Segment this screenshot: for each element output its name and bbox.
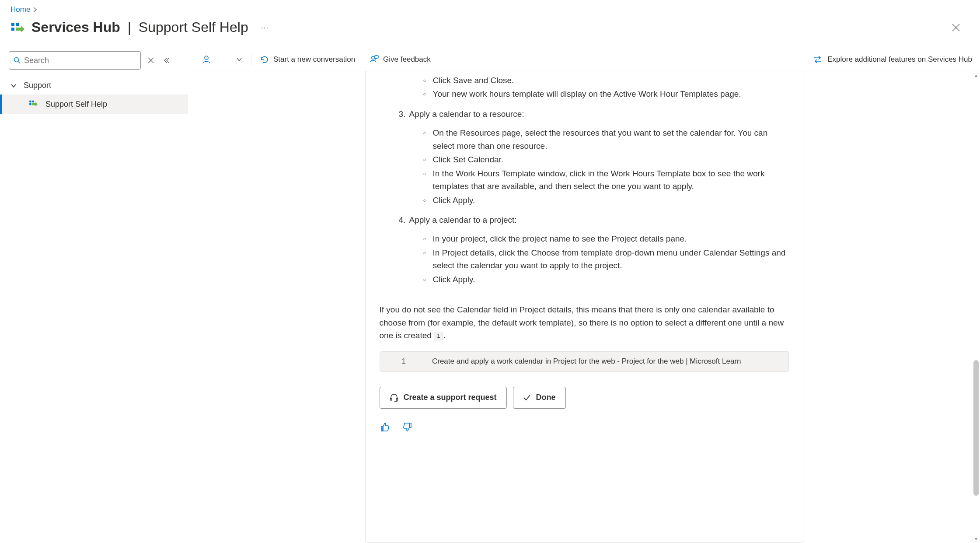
answer-panel: Click Save and Close. Your new work hour…	[365, 71, 803, 543]
answer-bullet: On the Resources page, select the resour…	[423, 126, 789, 152]
feedback-icon	[370, 55, 379, 64]
chevron-down-icon	[10, 83, 17, 89]
close-icon[interactable]	[949, 21, 963, 34]
svg-point-7	[205, 56, 208, 60]
done-button[interactable]: Done	[513, 387, 566, 409]
scroll-up-arrow-icon[interactable]: ▲	[972, 71, 980, 79]
answer-bullet: In your project, click the project name …	[423, 232, 789, 245]
step-number: 4.	[399, 214, 409, 226]
start-conversation-button[interactable]: Start a new conversation	[254, 48, 361, 71]
step-title: Apply a calendar to a project:	[409, 214, 517, 226]
headset-icon	[390, 393, 398, 402]
svg-rect-4	[29, 101, 31, 102]
explore-features-link[interactable]: Explore additional features on Services …	[813, 55, 972, 64]
explore-features-label: Explore additional features on Services …	[827, 55, 972, 64]
action-row: Create a support request Done	[380, 387, 789, 409]
scroll-down-arrow-icon[interactable]: ▼	[972, 535, 980, 543]
breadcrumb: Home	[0, 0, 980, 18]
sidebar-group-label: Support	[24, 81, 51, 90]
clear-search-icon[interactable]	[146, 56, 156, 65]
checkmark-icon	[523, 394, 531, 402]
search-icon	[14, 57, 21, 64]
feedback-row	[380, 422, 789, 432]
start-conversation-label: Start a new conversation	[273, 55, 355, 64]
answer-bullet: In Project details, click the Choose fro…	[423, 246, 789, 272]
paragraph-period: .	[443, 331, 445, 340]
citation-inline[interactable]: 1	[434, 332, 443, 340]
svg-rect-9	[375, 56, 378, 58]
answer-bullet: Click Save and Close.	[423, 74, 789, 87]
more-icon[interactable]: ⋯	[261, 23, 269, 32]
citation-number: 1	[386, 356, 424, 367]
svg-rect-11	[396, 398, 398, 400]
services-hub-mini-logo-icon	[29, 99, 38, 110]
svg-rect-1	[11, 28, 14, 31]
step-title: Apply a calendar to a resource:	[409, 108, 524, 120]
search-input[interactable]	[24, 56, 136, 65]
svg-rect-2	[16, 23, 19, 26]
answer-bullet: Click Apply.	[423, 273, 789, 286]
sidebar-group-support[interactable]: Support	[0, 77, 188, 95]
done-label: Done	[536, 392, 556, 404]
answer-paragraph: If you do not see the Calendar field in …	[380, 303, 789, 342]
svg-point-3	[14, 58, 19, 62]
sidebar: Support Support Self Help	[0, 48, 188, 543]
app-name: Services Hub	[31, 19, 120, 35]
page-subtitle: Support Self Help	[139, 19, 248, 35]
citation-text: Create and apply a work calendar in Proj…	[432, 356, 741, 367]
chevron-down-icon	[236, 56, 242, 63]
answer-bullet: Click Set Calendar.	[423, 153, 789, 166]
sidebar-item-support-self-help[interactable]: Support Self Help	[0, 95, 188, 114]
services-hub-logo-icon	[10, 21, 24, 35]
collapse-sidebar-icon[interactable]	[161, 55, 171, 66]
thumbs-up-icon[interactable]	[380, 422, 390, 432]
search-input-wrapper[interactable]	[9, 51, 141, 70]
answer-bullet: Click Apply.	[423, 194, 789, 207]
page-header: Services Hub | Support Self Help ⋯	[0, 18, 980, 48]
create-support-request-label: Create a support request	[404, 392, 497, 404]
sidebar-item-label: Support Self Help	[45, 100, 107, 109]
answer-bullet: In the Work Hours Template window, click…	[423, 167, 789, 193]
toolbar-user-dropdown[interactable]	[196, 48, 248, 71]
give-feedback-button[interactable]: Give feedback	[364, 48, 437, 71]
step-number: 3.	[399, 108, 409, 120]
create-support-request-button[interactable]: Create a support request	[380, 387, 507, 409]
svg-rect-6	[32, 101, 34, 102]
scrollbar-thumb[interactable]	[973, 360, 979, 496]
toolbar: Start a new conversation Give feedback	[188, 48, 980, 71]
person-icon	[202, 55, 211, 64]
breadcrumb-home-link[interactable]: Home	[10, 5, 30, 14]
chevron-right-icon	[33, 7, 37, 12]
main-content: Start a new conversation Give feedback	[188, 48, 980, 543]
svg-rect-5	[29, 103, 31, 105]
title-divider: |	[128, 19, 131, 35]
give-feedback-label: Give feedback	[383, 55, 431, 64]
citation-block[interactable]: 1 Create and apply a work calendar in Pr…	[380, 351, 789, 371]
thumbs-down-icon[interactable]	[402, 422, 413, 432]
page-title: Services Hub | Support Self Help	[31, 19, 248, 35]
svg-rect-10	[390, 398, 392, 400]
answer-bullet: Your new work hours template will displa…	[423, 88, 789, 100]
refresh-icon	[260, 55, 269, 64]
svg-rect-0	[11, 23, 14, 26]
svg-point-8	[372, 56, 374, 59]
swap-icon	[813, 55, 822, 64]
scrollbar[interactable]: ▲ ▼	[972, 71, 980, 543]
